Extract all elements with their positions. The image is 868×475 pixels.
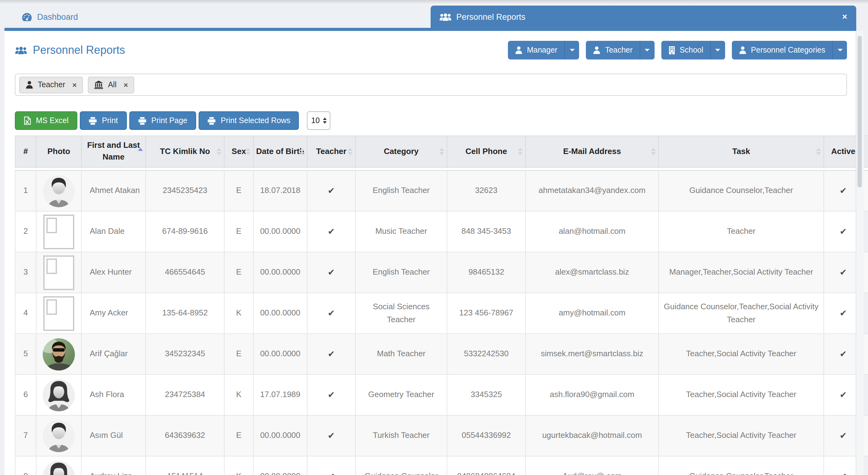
cell-teacher: ✔ [307,334,355,375]
dashboard-icon [22,12,32,21]
remove-filter-icon[interactable]: ✕ [123,81,128,88]
remove-filter-icon[interactable]: ✕ [72,81,77,88]
cell-email: alex@smartclass.biz [526,252,658,293]
check-icon: ✔ [840,349,847,358]
print-selected-rows-button[interactable]: Print Selected Rows [198,111,299,130]
cell-sex: E [224,252,253,293]
photo-cell [40,214,78,249]
dropdown-toggle[interactable] [640,41,654,59]
cell-tc: 466554645 [146,252,224,293]
table-row[interactable]: 6 Ash Flora234725384K17.07.1989✔Geometry… [15,375,868,415]
table-row[interactable]: 1 Ahmet Atakan2345235423E18.07.2018✔Engl… [15,170,868,211]
column-header-cell[interactable]: Cell Phone [447,136,526,167]
sort-icon [348,148,353,155]
check-icon: ✔ [328,349,335,358]
broken-image-glyph [46,217,57,233]
cell-task: Teacher,Social Activity Teacher [658,375,824,415]
cell-dob: 17.07.1989 [253,375,307,415]
manager-button[interactable]: Manager [507,41,579,59]
action-button-label: Personnel Categories [751,46,825,55]
teacher-button[interactable]: Teacher [586,41,654,59]
dropdown-toggle[interactable] [710,41,725,59]
cell-num: 3 [15,252,36,293]
tab-personnel-reports-label: Personnel Reports [456,12,526,21]
check-icon: ✔ [328,430,335,440]
bank-icon [94,81,104,89]
table-row[interactable]: 8 Audrey Liza15141514K00.00.0000✔Guidanc… [15,456,868,475]
table-row[interactable]: 3 Alex Hunter466554645E00.00.0000✔Englis… [15,252,868,293]
table-row[interactable]: 5 Arif Çağlar345232345E00.00.0000✔Math T… [15,334,868,375]
column-label: TC Kimlik No [160,146,210,156]
check-icon: ✔ [840,185,847,195]
cell-category: Geometry Teacher [355,375,447,415]
header-spacer [15,167,868,170]
cell-task: Manager,Teacher,Social Activity Teacher [658,252,824,293]
cell-cell: 3345325 [447,375,526,415]
active-tab-indicator [4,28,856,31]
broken-image-placeholder [43,214,74,249]
vertical-scrollbar[interactable] [856,31,864,475]
column-header-teacher[interactable]: Teacher [307,136,355,167]
sort-icon [246,148,251,155]
table-row[interactable]: 7 Asım Gül643639632E00.00.0000✔Turkish T… [15,415,868,456]
page-size-select[interactable]: 10 [307,111,331,130]
app-window: Dashboard Personnel Reports ✕ [0,0,868,475]
cell-tc: 643639632 [146,415,224,456]
tab-personnel-reports[interactable]: Personnel Reports ✕ [430,6,856,28]
filter-tag-teacher[interactable]: Teacher ✕ [19,76,83,93]
cell-category: English Teacher [355,252,447,293]
check-icon: ✔ [328,226,335,236]
close-icon[interactable]: ✕ [842,13,847,20]
cell-cell: 98465132 [447,252,526,293]
scrollbar-thumb[interactable] [858,36,862,187]
column-header-tc[interactable]: TC Kimlik No [146,136,224,167]
tab-dashboard-label: Dashboard [37,12,78,21]
chevron-down-icon [837,49,842,54]
school-button[interactable]: School [661,41,725,59]
filter-tag-label: All [108,81,117,89]
column-header-email[interactable]: E-Mail Address [526,136,658,167]
dropdown-toggle[interactable] [832,41,847,59]
tab-dashboard[interactable]: Dashboard [4,6,430,28]
column-header-category[interactable]: Category [355,136,447,167]
filter-bar[interactable]: Teacher ✕ All ✕ [15,73,847,96]
ms-excel-label: MS Excel [36,116,69,125]
user-icon [739,46,747,55]
cell-task: Guidance Counselor,Teacher [658,456,824,475]
cell-category: Turkish Teacher [355,415,447,456]
cell-tc: 345232345 [146,334,224,375]
check-icon: ✔ [840,389,847,399]
cell-dob: 00.00.0000 [253,211,307,252]
table-row[interactable]: 4 Amy Acker135-64-8952K00.00.0000✔Social… [15,293,868,334]
cell-sex: E [224,211,253,252]
cell-category: Music Teacher [355,211,447,252]
users-icon [15,45,27,55]
column-header-name[interactable]: First and Last Name [81,136,146,167]
cell-email: ugurtekbacak@hotmail.com [526,415,658,456]
column-header-sex[interactable]: Sex [224,136,253,167]
profile-photo [43,338,75,371]
cell-num: 4 [15,293,36,334]
broken-image-placeholder [43,255,74,290]
cell-teacher: ✔ [307,211,355,252]
column-header-dob[interactable]: Date of Birth [253,136,307,167]
table-row[interactable]: 2 Alan Dale674-89-9616E00.00.0000✔Music … [15,211,868,252]
filter-tag-all[interactable]: All ✕ [88,76,134,93]
spinner-arrows-icon[interactable] [323,118,327,124]
column-header-task[interactable]: Task [658,136,824,167]
dropdown-toggle[interactable] [564,41,579,59]
cell-email: simsek.mert@smartclass.biz [526,334,658,375]
ms-excel-button[interactable]: MS Excel [15,111,78,130]
column-header-photo: Photo [36,136,81,167]
print-page-button[interactable]: Print Page [129,111,196,130]
cell-category: Social Sciences Teacher [355,293,447,334]
table-body: 1 Ahmet Atakan2345235423E18.07.2018✔Engl… [15,170,868,475]
personnel-categories-button[interactable]: Personnel Categories [732,41,847,59]
chevron-down-icon [715,49,720,54]
female-avatar [43,460,75,475]
print-button[interactable]: Print [80,111,126,130]
filter-tag-label: Teacher [38,81,65,89]
cell-photo [36,170,81,211]
cell-num: 8 [15,456,36,475]
column-label: # [24,146,28,156]
